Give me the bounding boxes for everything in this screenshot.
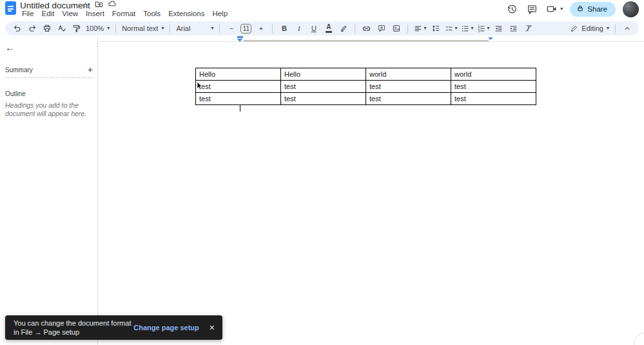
table-cell[interactable]: Hello: [281, 68, 366, 81]
chevron-down-icon: ▾: [161, 26, 164, 31]
google-docs-window: Untitled document ☆ File Edit View Inser…: [0, 0, 644, 345]
chevron-down-icon: ▾: [107, 26, 110, 31]
toast-message: You can change the document format in Fi…: [14, 319, 133, 337]
paint-format-icon[interactable]: [71, 23, 82, 34]
insert-link-icon[interactable]: [361, 23, 372, 34]
right-indent-marker[interactable]: [488, 37, 493, 40]
checklist-control[interactable]: ▾: [445, 23, 457, 34]
font-select[interactable]: Arial ▾: [176, 25, 213, 32]
zoom-value: 100%: [86, 25, 104, 32]
hide-menus-button[interactable]: [621, 23, 632, 34]
increase-font-size-button[interactable]: +: [255, 23, 266, 34]
decrease-indent-icon[interactable]: [493, 23, 504, 34]
table-row: test test test test: [196, 93, 536, 105]
chevron-down-icon[interactable]: ▾: [560, 6, 563, 12]
table-cell[interactable]: test: [281, 81, 366, 93]
menu-extensions[interactable]: Extensions: [164, 9, 208, 18]
version-history-icon[interactable]: [505, 3, 518, 15]
chevron-down-icon: ▾: [471, 26, 473, 31]
clear-formatting-icon[interactable]: [523, 23, 534, 34]
paragraph-style-value: Normal text: [122, 25, 158, 32]
spell-check-icon[interactable]: [56, 23, 67, 34]
toolbar: 100% ▾ Normal text ▾ Arial ▾ − 11 + B I …: [5, 21, 639, 35]
menu-view[interactable]: View: [58, 9, 82, 18]
chevron-down-icon: ▾: [454, 26, 457, 31]
print-icon[interactable]: [41, 23, 52, 34]
table-cell[interactable]: test: [366, 93, 451, 105]
document-table[interactable]: Hello Hello world world test test test t…: [195, 68, 536, 105]
table-cell[interactable]: world: [451, 68, 536, 81]
toolbar-divider: [407, 25, 408, 33]
menu-file[interactable]: File: [18, 9, 38, 18]
share-button[interactable]: Share: [570, 2, 616, 17]
table-cell[interactable]: test: [451, 93, 536, 105]
font-size-input[interactable]: 11: [240, 24, 251, 34]
join-call-control[interactable]: ▾: [545, 3, 563, 15]
redo-icon[interactable]: [26, 23, 37, 34]
menu-help[interactable]: Help: [208, 9, 231, 18]
toolbar-divider: [170, 25, 170, 33]
table-cell[interactable]: test: [196, 81, 281, 93]
comments-icon[interactable]: [525, 3, 538, 15]
zoom-select[interactable]: 100% ▾: [86, 25, 110, 32]
change-page-setup-button[interactable]: Change page setup: [133, 324, 199, 331]
add-summary-button[interactable]: +: [88, 65, 93, 74]
toolbar-divider: [615, 25, 616, 33]
share-button-label: Share: [587, 5, 607, 13]
toolbar-divider: [355, 25, 355, 33]
close-icon[interactable]: ×: [210, 323, 215, 332]
table-cell[interactable]: test: [281, 93, 366, 105]
underline-button[interactable]: U: [308, 23, 319, 34]
toolbar-divider: [115, 25, 116, 33]
ruler-strip: [244, 40, 489, 42]
font-value: Arial: [176, 25, 190, 32]
explore-button[interactable]: [634, 333, 644, 345]
decrease-font-size-button[interactable]: −: [226, 23, 237, 34]
table-cell[interactable]: test: [366, 81, 451, 93]
bold-button[interactable]: B: [278, 23, 289, 34]
editing-mode-label: Editing: [581, 25, 603, 32]
bulleted-list-control[interactable]: ▾: [461, 23, 473, 34]
insert-image-icon[interactable]: [391, 23, 402, 34]
text-color-glyph: A: [326, 24, 331, 30]
toolbar-divider: [219, 25, 220, 33]
svg-text:3: 3: [478, 29, 480, 32]
close-sidebar-arrow-icon[interactable]: ←: [5, 43, 15, 53]
table-cell[interactable]: Hello: [196, 68, 281, 81]
left-indent-marker[interactable]: [237, 39, 242, 42]
header-bar: Untitled document ☆ File Edit View Inser…: [0, 0, 644, 19]
outline-label: Outline: [5, 90, 26, 97]
menu-format[interactable]: Format: [108, 9, 139, 18]
paragraph-style-select[interactable]: Normal text ▾: [122, 25, 164, 32]
outline-sidebar: ← Summary + Outline Headings you add to …: [0, 36, 98, 345]
summary-label: Summary: [5, 66, 33, 74]
editing-mode-select[interactable]: Editing ▾: [570, 25, 609, 33]
video-camera-icon[interactable]: [545, 3, 558, 15]
lock-icon: [576, 5, 584, 14]
highlight-color-icon[interactable]: [338, 23, 349, 34]
chevron-down-icon: ▾: [211, 26, 213, 31]
account-avatar[interactable]: [623, 1, 639, 17]
outline-empty-hint: Headings you add to the document will ap…: [5, 101, 93, 118]
docs-logo-icon[interactable]: [5, 1, 16, 15]
chevron-down-icon: ▾: [487, 26, 489, 31]
text-cursor: [240, 105, 240, 112]
table-cell[interactable]: world: [366, 68, 451, 81]
table-cell[interactable]: test: [196, 93, 281, 105]
numbered-list-control[interactable]: 1 2 3 ▾: [477, 23, 489, 34]
menu-edit[interactable]: Edit: [38, 9, 59, 18]
chevron-down-icon: ▾: [607, 26, 609, 31]
menu-insert[interactable]: Insert: [82, 9, 108, 18]
undo-icon[interactable]: [12, 23, 23, 34]
align-left-control[interactable]: ▾: [414, 23, 426, 34]
text-color-button[interactable]: A: [323, 23, 334, 34]
menu-tools[interactable]: Tools: [139, 9, 164, 18]
chevron-down-icon: ▾: [424, 26, 426, 31]
table-cell[interactable]: test: [451, 81, 536, 93]
italic-button[interactable]: I: [293, 23, 304, 34]
add-comment-icon[interactable]: [376, 23, 387, 34]
first-line-indent-marker[interactable]: [237, 36, 243, 38]
line-spacing-icon[interactable]: [430, 23, 441, 34]
increase-indent-icon[interactable]: [508, 23, 519, 34]
page-setup-toast: You can change the document format in Fi…: [5, 315, 222, 340]
